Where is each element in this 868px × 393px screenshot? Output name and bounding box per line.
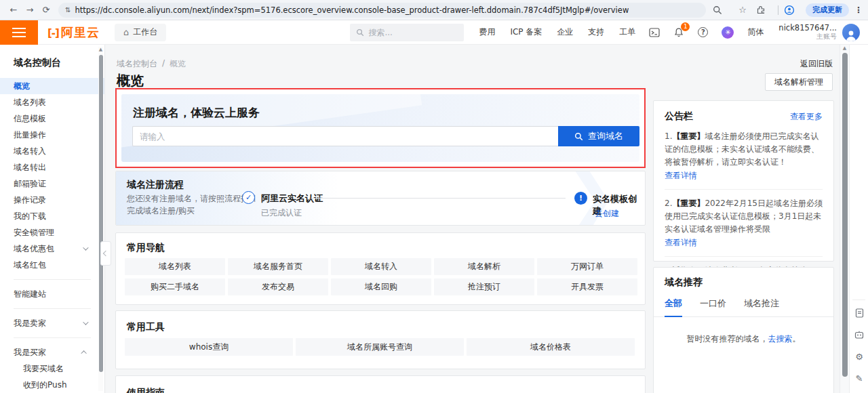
quicknav-transfer-in[interactable]: 域名转入	[331, 258, 431, 275]
flow-step2-action-link[interactable]: 去创建	[595, 208, 619, 220]
sidebar-item-email-verify[interactable]: 邮箱验证	[0, 175, 104, 192]
header-search[interactable]	[350, 24, 464, 41]
quicknav-domain-list[interactable]: 域名列表	[125, 258, 225, 275]
sidebar-title: 域名控制台	[0, 45, 104, 78]
registration-flow-card: ❯ 域名注册流程 您还没有注册域名，请按照流程指引 完成域名注册/购买 ✓ 阿里…	[115, 171, 646, 226]
divider	[852, 299, 865, 300]
apps-icon[interactable]: ✳	[722, 26, 734, 39]
tab-all[interactable]: 全部	[665, 297, 682, 317]
sidebar-scrollbar-thumb[interactable]	[99, 55, 103, 372]
cloudshell-icon[interactable]	[649, 28, 660, 37]
tool-price-list[interactable]: 域名价格表	[467, 338, 635, 356]
back-to-old-version-link[interactable]: 返回旧版	[800, 58, 833, 70]
page-scrollbar[interactable]: ▲	[840, 45, 849, 393]
nav-support[interactable]: 支持	[588, 26, 604, 38]
quicknav-wanwang-orders[interactable]: 万网订单	[537, 258, 637, 275]
browser-menu-icon[interactable]: ⋮	[854, 5, 863, 15]
extensions-icon[interactable]	[756, 5, 772, 15]
help-icon[interactable]: ?	[698, 27, 708, 37]
sidebar-scrollbar[interactable]: ▲	[98, 47, 103, 391]
quicknav-invoice[interactable]: 开具发票	[537, 278, 637, 295]
go-search-link[interactable]: 去搜索	[768, 334, 793, 344]
detail-link[interactable]: 查看详情	[665, 169, 823, 182]
sidebar-item-discount-pack[interactable]: 域名优惠包	[0, 241, 104, 257]
address-bar[interactable]: ⇅ https://dc.console.aliyun.com/next/ind…	[58, 3, 706, 18]
browser-toolbar: ← → ⟳ ⇅ https://dc.console.aliyun.com/ne…	[0, 0, 868, 20]
domain-recommend-card: 域名推荐 全部 一口价 域名抢注 暂时没有推荐的域名，去搜索。	[653, 267, 834, 393]
sidebar-item-site-builder[interactable]: 智能建站	[0, 286, 104, 302]
quicknav-preorder[interactable]: 抢注预订	[434, 278, 534, 295]
account-info[interactable]: nick8157647... 主账号	[778, 23, 837, 41]
chrome-update-button[interactable]: 完成更新	[806, 3, 849, 17]
flow-step1-status: 已完成认证	[261, 207, 302, 219]
sidebar-item-received-push[interactable]: 收到的Push	[0, 377, 104, 393]
browser-profile-icon[interactable]	[784, 5, 800, 16]
account-name: nick8157647...	[778, 23, 837, 33]
sidebar-item-buy-domain[interactable]: 我要买域名	[0, 360, 104, 377]
settings-gear-icon[interactable]: ⚙	[850, 348, 868, 365]
nav-icp[interactable]: ICP 备案	[510, 26, 542, 38]
scroll-up-icon[interactable]: ▲	[840, 45, 849, 51]
domain-search-input[interactable]	[132, 126, 558, 146]
site-info-icon[interactable]: ⇅	[65, 6, 70, 14]
language-switch[interactable]: 简体	[747, 26, 764, 38]
workbench-label: 工作台	[133, 26, 157, 38]
home-icon: ⌂	[123, 27, 129, 37]
aliyun-logo-text: 阿里云	[61, 24, 100, 41]
sidebar-item-downloads[interactable]: 我的下载	[0, 208, 104, 224]
notifications-bell-icon[interactable]: 1	[673, 27, 684, 38]
tool-whois[interactable]: whois查询	[125, 338, 293, 356]
sidebar-item-batch-ops[interactable]: 批量操作	[0, 127, 104, 143]
docs-icon[interactable]	[850, 304, 868, 322]
page-scrollbar-thumb[interactable]	[842, 53, 848, 377]
product-menu-button[interactable]	[0, 20, 38, 45]
bookmark-star-icon[interactable]: ☆	[734, 5, 751, 15]
browser-back-icon[interactable]: ←	[5, 5, 22, 15]
domain-search-button[interactable]: 查询域名	[558, 126, 639, 146]
browser-actions: ☆ 完成更新 ⋮	[710, 3, 863, 17]
flow-step1-title: 阿里云实名认证	[261, 192, 323, 205]
quicknav-dns[interactable]: 域名解析	[434, 258, 534, 275]
right-utility-strip: ⚙ ✎	[849, 45, 868, 393]
see-more-link[interactable]: 查看更多	[790, 111, 823, 123]
scroll-up-icon[interactable]: ▲	[98, 47, 103, 52]
quicknav-buyback[interactable]: 域名回购	[331, 278, 431, 295]
sidebar-item-info-template[interactable]: 信息模板	[0, 110, 104, 127]
tools-title: 常用工具	[127, 321, 165, 333]
aliyun-logo[interactable]: [-] 阿里云	[47, 24, 100, 41]
dns-manage-button[interactable]: 域名解析管理	[765, 73, 833, 91]
quicknav-domain-home[interactable]: 域名服务首页	[228, 258, 328, 275]
sidebar-item-buyer[interactable]: 我是买家	[0, 344, 104, 360]
nav-billing[interactable]: 费用	[479, 26, 495, 38]
workbench-tab[interactable]: ⌂ 工作台	[115, 24, 166, 41]
assistant-icon[interactable]	[850, 326, 868, 344]
divider	[14, 308, 91, 309]
breadcrumb-root[interactable]: 域名控制台	[117, 58, 157, 70]
nav-enterprise[interactable]: 企业	[557, 26, 573, 38]
divider	[14, 337, 91, 338]
sidebar-collapse-handle[interactable]	[100, 241, 111, 266]
sidebar-item-seller[interactable]: 我是卖家	[0, 315, 104, 331]
tool-account-lookup[interactable]: 域名所属账号查询	[296, 338, 464, 356]
sidebar-item-transfer-in[interactable]: 域名转入	[0, 143, 104, 159]
nav-tickets[interactable]: 工单	[619, 26, 635, 38]
detail-link[interactable]: 查看详情	[665, 236, 823, 249]
quicknav-publish-trade[interactable]: 发布交易	[228, 278, 328, 295]
browser-reload-icon[interactable]: ⟳	[38, 5, 54, 15]
browser-forward-icon[interactable]: →	[22, 5, 38, 15]
sidebar-item-overview[interactable]: 概览	[0, 78, 104, 94]
header-search-input[interactable]	[368, 28, 450, 37]
tab-fixed-price[interactable]: 一口价	[700, 297, 726, 316]
announcement-item: 1.【重要】域名注册必须使用已完成实名认证的信息模板；未实名认证域名不能续费、将…	[665, 130, 823, 182]
quicknav-buy-secondhand[interactable]: 购买二手域名	[125, 278, 225, 295]
sidebar-item-red-packet[interactable]: 域名红包	[0, 257, 104, 273]
sidebar-item-op-log[interactable]: 操作记录	[0, 192, 104, 208]
zoom-icon[interactable]	[713, 5, 729, 15]
sidebar-item-domain-list[interactable]: 域名列表	[0, 94, 104, 110]
feedback-pencil-icon[interactable]: ✎	[850, 369, 868, 387]
tab-backorder[interactable]: 域名抢注	[744, 297, 779, 316]
sidebar-item-transfer-out[interactable]: 域名转出	[0, 159, 104, 175]
sidebar-item-security-lock[interactable]: 安全锁管理	[0, 224, 104, 241]
check-circle-icon: ✓	[242, 191, 255, 204]
avatar[interactable]	[842, 24, 860, 41]
